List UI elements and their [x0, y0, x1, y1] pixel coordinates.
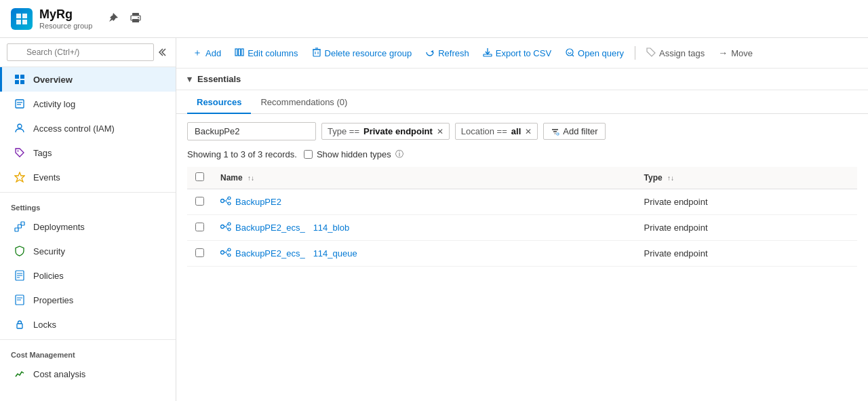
- resource-link[interactable]: BackupPE2: [220, 196, 628, 208]
- type-filter-chip: Type == Private endpoint ✕: [321, 123, 450, 140]
- sidebar-label-cost-analysis: Cost analysis: [33, 369, 85, 379]
- resource-link[interactable]: BackupPE2_ecs_ 114_queue: [220, 248, 628, 259]
- svg-rect-3: [22, 20, 27, 24]
- table-row: BackupPE2_ecs_ 114_queuePrivate endpoint: [187, 241, 857, 267]
- add-filter-button[interactable]: Add filter: [543, 123, 605, 140]
- add-filter-icon: [551, 127, 559, 136]
- security-icon: [13, 244, 26, 258]
- edit-columns-button[interactable]: Edit columns: [229, 44, 303, 62]
- sidebar-item-events[interactable]: Events: [0, 165, 176, 189]
- show-hidden-checkbox[interactable]: [304, 150, 313, 159]
- svg-line-47: [226, 201, 228, 204]
- delete-icon: [312, 47, 321, 59]
- svg-rect-8: [15, 75, 19, 79]
- svg-line-46: [226, 198, 228, 201]
- private-endpoint-icon: [220, 222, 231, 233]
- export-button[interactable]: Export to CSV: [477, 44, 557, 62]
- svg-point-48: [221, 225, 224, 229]
- svg-rect-2: [16, 20, 21, 24]
- sidebar-item-tags[interactable]: Tags: [0, 140, 176, 165]
- svg-point-43: [228, 197, 231, 199]
- add-button[interactable]: ＋ Add: [187, 43, 226, 62]
- sidebar: 🔍 Overview Activity log: [0, 38, 176, 401]
- deployments-icon: [13, 220, 26, 233]
- row-checkbox[interactable]: [195, 197, 204, 206]
- sidebar-item-cost-analysis[interactable]: Cost analysis: [0, 362, 176, 386]
- svg-rect-38: [484, 54, 492, 56]
- sidebar-item-properties[interactable]: Properties: [0, 288, 176, 312]
- svg-point-16: [18, 151, 19, 152]
- pin-button[interactable]: [103, 9, 122, 28]
- svg-rect-32: [313, 50, 320, 56]
- svg-point-56: [228, 254, 231, 256]
- refresh-button[interactable]: Refresh: [420, 44, 475, 62]
- svg-rect-1: [22, 14, 27, 18]
- type-column-header: Type ↑↓: [636, 167, 857, 189]
- sidebar-label-properties: Properties: [33, 295, 73, 305]
- svg-point-55: [228, 248, 231, 251]
- resource-name-prefix: BackupPE2_ecs_: [235, 223, 305, 233]
- app-icon: [11, 8, 33, 30]
- assign-tags-button[interactable]: Assign tags: [641, 44, 710, 62]
- svg-point-44: [228, 202, 231, 205]
- sidebar-item-overview[interactable]: Overview: [0, 67, 176, 92]
- tab-recommendations[interactable]: Recommendations (0): [251, 90, 357, 114]
- select-all-col: [187, 167, 212, 189]
- sidebar-label-deployments: Deployments: [33, 222, 85, 232]
- svg-rect-12: [16, 100, 24, 108]
- sidebar-item-deployments[interactable]: Deployments: [0, 214, 176, 239]
- table-container: Name ↑↓ Type ↑↓ BackupPE2Private endpoin…: [176, 167, 868, 267]
- name-filter-input[interactable]: [187, 122, 316, 140]
- location-filter-value: all: [511, 126, 521, 136]
- select-all-checkbox[interactable]: [195, 172, 204, 181]
- svg-line-53: [226, 227, 228, 229]
- svg-rect-30: [239, 49, 241, 56]
- resource-link[interactable]: BackupPE2_ecs_ 114_blob: [220, 222, 628, 233]
- essentials-bar[interactable]: ▾ Essentials: [176, 69, 868, 90]
- resource-name-text: BackupPE2: [235, 197, 281, 207]
- delete-button[interactable]: Delete resource group: [307, 44, 418, 62]
- sidebar-item-access-control[interactable]: Access control (IAM): [0, 116, 176, 140]
- svg-rect-18: [15, 228, 18, 231]
- sidebar-item-activity-log[interactable]: Activity log: [0, 92, 176, 116]
- table-row: BackupPE2Private endpoint: [187, 189, 857, 215]
- type-filter-close[interactable]: ✕: [437, 127, 443, 136]
- row-checkbox[interactable]: [195, 223, 204, 231]
- resource-name-suffix: 114_blob: [313, 223, 350, 233]
- sidebar-search-input[interactable]: [7, 43, 154, 61]
- cost-section-label: Cost Management: [0, 343, 176, 362]
- settings-section-label: Settings: [0, 195, 176, 214]
- collapse-sidebar-button[interactable]: [154, 45, 169, 60]
- print-button[interactable]: [126, 9, 145, 28]
- content-area: ＋ Add Edit columns Delete resource group: [176, 38, 868, 401]
- edit-columns-icon: [235, 47, 244, 59]
- name-column-header: Name ↑↓: [212, 167, 636, 189]
- sidebar-item-policies[interactable]: Policies: [0, 263, 176, 288]
- info-icon[interactable]: ⓘ: [395, 149, 403, 160]
- type-sort-icon[interactable]: ↑↓: [667, 174, 674, 182]
- sidebar-item-security[interactable]: Security: [0, 239, 176, 263]
- top-header: MyRg Resource group: [0, 0, 868, 38]
- filter-row: Type == Private endpoint ✕ Location == a…: [176, 114, 868, 146]
- show-hidden-label: Show hidden types: [317, 149, 391, 159]
- type-filter-label: Type ==: [328, 126, 359, 136]
- location-filter-close[interactable]: ✕: [525, 127, 532, 136]
- svg-line-40: [572, 54, 574, 56]
- toolbar: ＋ Add Edit columns Delete resource group: [176, 38, 868, 69]
- tab-resources[interactable]: Resources: [187, 90, 251, 114]
- move-button[interactable]: → Move: [713, 44, 758, 62]
- sidebar-label-overview: Overview: [33, 75, 73, 85]
- resource-name-suffix: 114_queue: [313, 248, 357, 259]
- assign-tags-icon: [646, 47, 656, 59]
- resource-name-prefix: BackupPE2_ecs_: [235, 248, 305, 259]
- row-checkbox[interactable]: [195, 248, 204, 257]
- tabs-row: Resources Recommendations (0): [176, 90, 868, 114]
- events-icon: [13, 170, 26, 184]
- resource-type-cell: Private endpoint: [636, 189, 857, 215]
- svg-point-42: [221, 199, 224, 203]
- properties-icon: [13, 293, 26, 307]
- sidebar-label-tags: Tags: [33, 148, 52, 158]
- open-query-button[interactable]: Open query: [559, 44, 629, 62]
- sidebar-item-locks[interactable]: Locks: [0, 312, 176, 337]
- name-sort-icon[interactable]: ↑↓: [248, 174, 254, 182]
